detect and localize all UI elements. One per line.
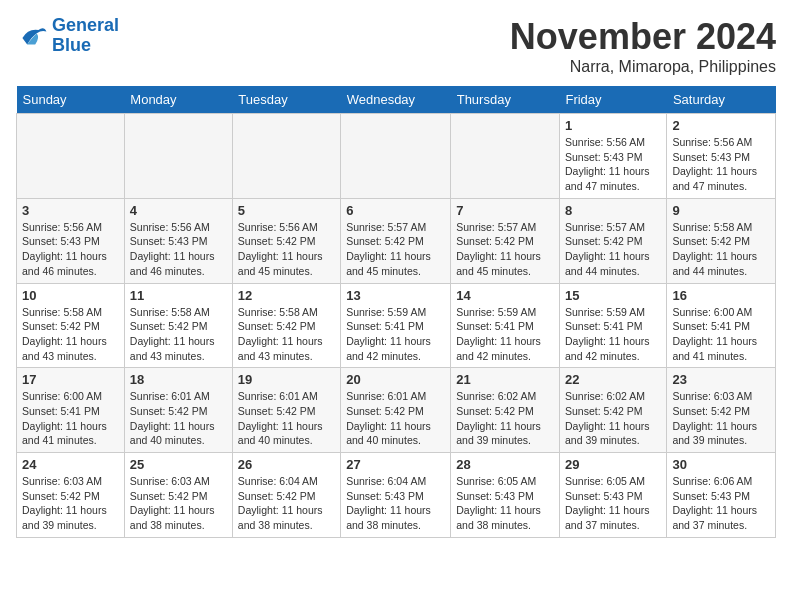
day-number: 23 — [672, 372, 770, 387]
logo-text: General Blue — [52, 16, 119, 56]
day-info: Sunrise: 5:56 AM Sunset: 5:43 PM Dayligh… — [672, 135, 770, 194]
calendar-cell: 14Sunrise: 5:59 AM Sunset: 5:41 PM Dayli… — [451, 283, 560, 368]
calendar-cell: 24Sunrise: 6:03 AM Sunset: 5:42 PM Dayli… — [17, 453, 125, 538]
calendar-cell — [232, 114, 340, 199]
calendar-cell: 7Sunrise: 5:57 AM Sunset: 5:42 PM Daylig… — [451, 198, 560, 283]
calendar-cell: 2Sunrise: 5:56 AM Sunset: 5:43 PM Daylig… — [667, 114, 776, 199]
day-number: 25 — [130, 457, 227, 472]
calendar-cell: 10Sunrise: 5:58 AM Sunset: 5:42 PM Dayli… — [17, 283, 125, 368]
day-info: Sunrise: 5:56 AM Sunset: 5:42 PM Dayligh… — [238, 220, 335, 279]
day-number: 13 — [346, 288, 445, 303]
day-info: Sunrise: 5:56 AM Sunset: 5:43 PM Dayligh… — [22, 220, 119, 279]
day-info: Sunrise: 6:00 AM Sunset: 5:41 PM Dayligh… — [672, 305, 770, 364]
logo-icon — [16, 22, 48, 50]
day-info: Sunrise: 6:05 AM Sunset: 5:43 PM Dayligh… — [456, 474, 554, 533]
day-number: 18 — [130, 372, 227, 387]
day-info: Sunrise: 6:04 AM Sunset: 5:43 PM Dayligh… — [346, 474, 445, 533]
calendar-cell — [124, 114, 232, 199]
header-monday: Monday — [124, 86, 232, 114]
day-info: Sunrise: 5:57 AM Sunset: 5:42 PM Dayligh… — [346, 220, 445, 279]
day-number: 20 — [346, 372, 445, 387]
calendar-row-3: 17Sunrise: 6:00 AM Sunset: 5:41 PM Dayli… — [17, 368, 776, 453]
calendar-cell: 16Sunrise: 6:00 AM Sunset: 5:41 PM Dayli… — [667, 283, 776, 368]
day-info: Sunrise: 6:03 AM Sunset: 5:42 PM Dayligh… — [672, 389, 770, 448]
day-number: 1 — [565, 118, 661, 133]
day-number: 26 — [238, 457, 335, 472]
calendar-cell: 23Sunrise: 6:03 AM Sunset: 5:42 PM Dayli… — [667, 368, 776, 453]
calendar-cell: 5Sunrise: 5:56 AM Sunset: 5:42 PM Daylig… — [232, 198, 340, 283]
day-number: 8 — [565, 203, 661, 218]
day-number: 9 — [672, 203, 770, 218]
calendar-cell: 21Sunrise: 6:02 AM Sunset: 5:42 PM Dayli… — [451, 368, 560, 453]
day-number: 15 — [565, 288, 661, 303]
day-number: 12 — [238, 288, 335, 303]
day-info: Sunrise: 6:02 AM Sunset: 5:42 PM Dayligh… — [565, 389, 661, 448]
day-info: Sunrise: 6:02 AM Sunset: 5:42 PM Dayligh… — [456, 389, 554, 448]
day-info: Sunrise: 5:57 AM Sunset: 5:42 PM Dayligh… — [565, 220, 661, 279]
calendar-cell — [341, 114, 451, 199]
day-info: Sunrise: 5:56 AM Sunset: 5:43 PM Dayligh… — [565, 135, 661, 194]
calendar-cell: 25Sunrise: 6:03 AM Sunset: 5:42 PM Dayli… — [124, 453, 232, 538]
day-info: Sunrise: 5:57 AM Sunset: 5:42 PM Dayligh… — [456, 220, 554, 279]
day-info: Sunrise: 6:01 AM Sunset: 5:42 PM Dayligh… — [238, 389, 335, 448]
day-info: Sunrise: 6:01 AM Sunset: 5:42 PM Dayligh… — [346, 389, 445, 448]
day-number: 10 — [22, 288, 119, 303]
header-row: SundayMondayTuesdayWednesdayThursdayFrid… — [17, 86, 776, 114]
day-number: 24 — [22, 457, 119, 472]
header-thursday: Thursday — [451, 86, 560, 114]
day-number: 14 — [456, 288, 554, 303]
day-info: Sunrise: 5:58 AM Sunset: 5:42 PM Dayligh… — [22, 305, 119, 364]
day-number: 29 — [565, 457, 661, 472]
calendar-cell: 19Sunrise: 6:01 AM Sunset: 5:42 PM Dayli… — [232, 368, 340, 453]
day-info: Sunrise: 5:58 AM Sunset: 5:42 PM Dayligh… — [238, 305, 335, 364]
day-number: 17 — [22, 372, 119, 387]
calendar-cell: 9Sunrise: 5:58 AM Sunset: 5:42 PM Daylig… — [667, 198, 776, 283]
header-sunday: Sunday — [17, 86, 125, 114]
day-number: 28 — [456, 457, 554, 472]
day-info: Sunrise: 5:56 AM Sunset: 5:43 PM Dayligh… — [130, 220, 227, 279]
day-info: Sunrise: 6:04 AM Sunset: 5:42 PM Dayligh… — [238, 474, 335, 533]
day-number: 30 — [672, 457, 770, 472]
logo: General Blue — [16, 16, 119, 56]
calendar-table: SundayMondayTuesdayWednesdayThursdayFrid… — [16, 86, 776, 538]
calendar-row-2: 10Sunrise: 5:58 AM Sunset: 5:42 PM Dayli… — [17, 283, 776, 368]
day-info: Sunrise: 5:58 AM Sunset: 5:42 PM Dayligh… — [672, 220, 770, 279]
calendar-cell: 8Sunrise: 5:57 AM Sunset: 5:42 PM Daylig… — [559, 198, 666, 283]
calendar-cell: 13Sunrise: 5:59 AM Sunset: 5:41 PM Dayli… — [341, 283, 451, 368]
calendar-cell: 6Sunrise: 5:57 AM Sunset: 5:42 PM Daylig… — [341, 198, 451, 283]
day-number: 6 — [346, 203, 445, 218]
header-wednesday: Wednesday — [341, 86, 451, 114]
day-number: 2 — [672, 118, 770, 133]
day-info: Sunrise: 6:00 AM Sunset: 5:41 PM Dayligh… — [22, 389, 119, 448]
day-number: 21 — [456, 372, 554, 387]
calendar-cell: 17Sunrise: 6:00 AM Sunset: 5:41 PM Dayli… — [17, 368, 125, 453]
day-number: 7 — [456, 203, 554, 218]
calendar-cell: 27Sunrise: 6:04 AM Sunset: 5:43 PM Dayli… — [341, 453, 451, 538]
day-info: Sunrise: 5:58 AM Sunset: 5:42 PM Dayligh… — [130, 305, 227, 364]
calendar-cell: 15Sunrise: 5:59 AM Sunset: 5:41 PM Dayli… — [559, 283, 666, 368]
day-number: 16 — [672, 288, 770, 303]
title-section: November 2024 Narra, Mimaropa, Philippin… — [510, 16, 776, 76]
calendar-row-4: 24Sunrise: 6:03 AM Sunset: 5:42 PM Dayli… — [17, 453, 776, 538]
page-header: General Blue November 2024 Narra, Mimaro… — [16, 16, 776, 76]
calendar-cell — [451, 114, 560, 199]
header-friday: Friday — [559, 86, 666, 114]
day-info: Sunrise: 6:01 AM Sunset: 5:42 PM Dayligh… — [130, 389, 227, 448]
day-number: 19 — [238, 372, 335, 387]
location: Narra, Mimaropa, Philippines — [510, 58, 776, 76]
day-number: 5 — [238, 203, 335, 218]
header-saturday: Saturday — [667, 86, 776, 114]
calendar-cell: 18Sunrise: 6:01 AM Sunset: 5:42 PM Dayli… — [124, 368, 232, 453]
day-number: 3 — [22, 203, 119, 218]
day-info: Sunrise: 6:05 AM Sunset: 5:43 PM Dayligh… — [565, 474, 661, 533]
day-info: Sunrise: 6:06 AM Sunset: 5:43 PM Dayligh… — [672, 474, 770, 533]
calendar-cell: 20Sunrise: 6:01 AM Sunset: 5:42 PM Dayli… — [341, 368, 451, 453]
calendar-cell: 22Sunrise: 6:02 AM Sunset: 5:42 PM Dayli… — [559, 368, 666, 453]
calendar-cell: 26Sunrise: 6:04 AM Sunset: 5:42 PM Dayli… — [232, 453, 340, 538]
day-info: Sunrise: 5:59 AM Sunset: 5:41 PM Dayligh… — [565, 305, 661, 364]
day-number: 4 — [130, 203, 227, 218]
day-number: 22 — [565, 372, 661, 387]
day-info: Sunrise: 6:03 AM Sunset: 5:42 PM Dayligh… — [22, 474, 119, 533]
day-info: Sunrise: 5:59 AM Sunset: 5:41 PM Dayligh… — [346, 305, 445, 364]
day-number: 11 — [130, 288, 227, 303]
